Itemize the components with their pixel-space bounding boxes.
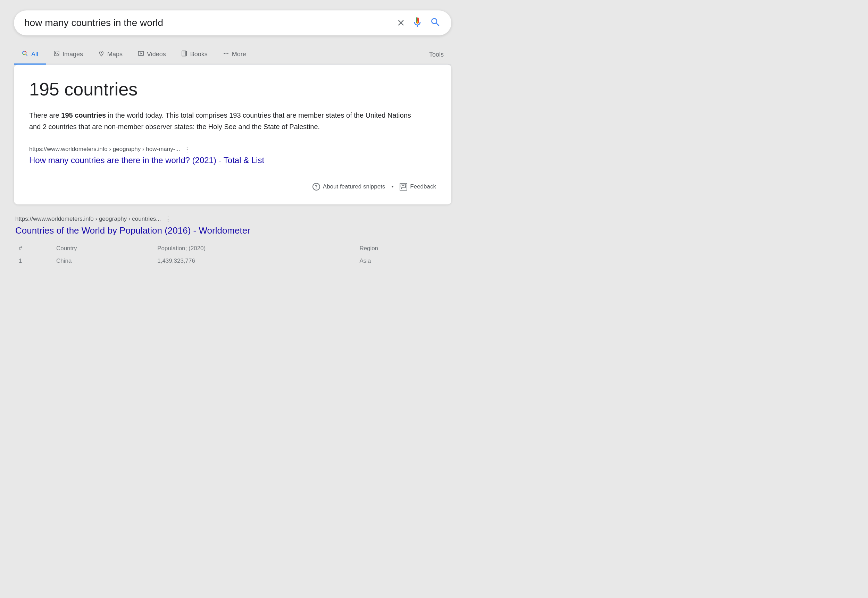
tab-all[interactable]: All — [14, 45, 46, 64]
about-snippets-button[interactable]: ? About featured snippets — [313, 183, 385, 191]
snippet-answer: 195 countries — [29, 78, 436, 100]
result-url-text[interactable]: https://www.worldometers.info › geograph… — [15, 215, 161, 223]
table-cell-region: Asia — [356, 255, 450, 267]
tab-books[interactable]: Books — [174, 45, 215, 64]
snippet-url-text[interactable]: https://www.worldometers.info › geograph… — [29, 146, 180, 153]
table-row: 1 China 1,439,323,776 Asia — [15, 255, 450, 267]
tab-videos-label: Videos — [147, 51, 166, 58]
tab-more-label: More — [232, 51, 246, 58]
search-icons: ✕ — [397, 16, 441, 29]
table-cell-country: China — [53, 255, 154, 267]
snippet-more-options-icon[interactable]: ⋮ — [184, 145, 191, 153]
snippet-result-link[interactable]: How many countries are there in the worl… — [29, 155, 436, 165]
tab-maps[interactable]: Maps — [91, 45, 130, 64]
about-snippets-label: About featured snippets — [323, 183, 385, 190]
second-result: https://www.worldometers.info › geograph… — [14, 205, 451, 278]
table-cell-number: 1 — [15, 255, 53, 267]
svg-point-2 — [55, 52, 56, 53]
result-url: https://www.worldometers.info › geograph… — [15, 215, 450, 223]
maps-icon — [98, 50, 105, 58]
table-col-country: Country — [53, 242, 154, 255]
svg-point-3 — [101, 52, 102, 54]
more-dots-icon — [223, 50, 229, 58]
svg-point-13 — [227, 53, 229, 54]
mic-icon[interactable] — [412, 16, 423, 29]
tab-videos[interactable]: Videos — [130, 45, 174, 64]
snippet-bold: 195 countries — [61, 111, 106, 119]
table-col-number: # — [15, 242, 53, 255]
table-col-population: Population; (2020) — [154, 242, 356, 255]
table-col-region: Region — [356, 242, 450, 255]
books-icon — [181, 50, 187, 58]
tab-images-label: Images — [63, 51, 83, 58]
result-title-link[interactable]: Countries of the World by Population (20… — [15, 225, 450, 236]
tab-more[interactable]: More — [215, 45, 254, 64]
question-icon: ? — [313, 183, 320, 191]
main-content: 195 countries There are 195 countries in… — [14, 64, 451, 278]
table-header-row: # Country Population; (2020) Region — [15, 242, 450, 255]
videos-icon — [138, 50, 144, 58]
feedback-button[interactable]: Feedback — [400, 183, 436, 191]
result-more-options-icon[interactable]: ⋮ — [165, 215, 172, 223]
table-cell-population: 1,439,323,776 — [154, 255, 356, 267]
feedback-icon — [400, 183, 407, 191]
all-search-icon — [21, 50, 28, 59]
search-input[interactable] — [24, 17, 397, 28]
dot-separator: • — [391, 183, 394, 190]
search-button[interactable] — [430, 16, 441, 29]
svg-point-11 — [224, 53, 224, 54]
svg-rect-14 — [401, 184, 406, 188]
result-table: # Country Population; (2020) Region 1 Ch… — [15, 242, 450, 267]
nav-tabs: All Images Maps Videos — [14, 45, 451, 64]
svg-rect-1 — [54, 51, 59, 56]
svg-marker-5 — [141, 52, 142, 54]
search-bar: ✕ — [14, 10, 451, 35]
tab-books-label: Books — [190, 51, 208, 58]
clear-icon[interactable]: ✕ — [397, 17, 405, 29]
tab-images[interactable]: Images — [46, 45, 91, 64]
featured-snippet: 195 countries There are 195 countries in… — [14, 64, 451, 205]
svg-point-12 — [225, 53, 226, 54]
snippet-footer: ? About featured snippets • Feedback — [29, 175, 436, 191]
tools-button[interactable]: Tools — [422, 46, 451, 63]
feedback-label: Feedback — [410, 183, 436, 190]
snippet-source-url: https://www.worldometers.info › geograph… — [29, 145, 436, 153]
images-icon — [54, 50, 60, 58]
tab-maps-label: Maps — [107, 51, 123, 58]
snippet-description: There are 195 countries in the world tod… — [29, 110, 411, 133]
tab-all-label: All — [31, 51, 38, 58]
